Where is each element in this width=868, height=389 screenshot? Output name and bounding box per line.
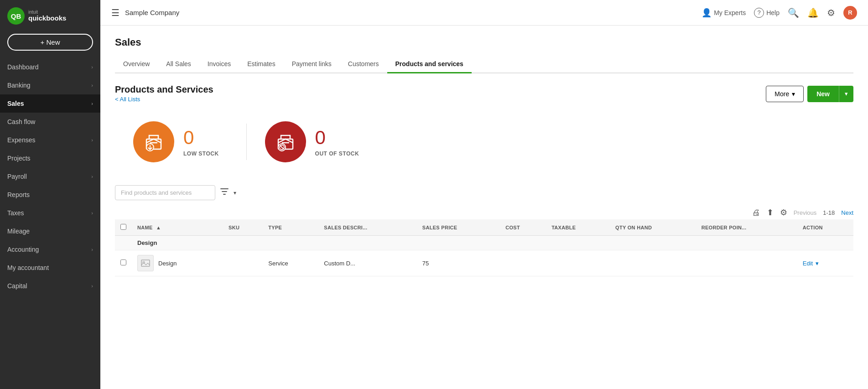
sidebar-item-mileage[interactable]: Mileage xyxy=(0,222,100,240)
sidebar-item-banking[interactable]: Banking › xyxy=(0,76,100,94)
product-sales-price: 75 xyxy=(417,250,500,276)
table-settings-icon[interactable]: ⚙ xyxy=(780,207,787,218)
qb-quickbooks-label: quickbooks xyxy=(28,15,66,22)
header-actions: More ▾ New ▾ xyxy=(766,86,853,102)
svg-rect-5 xyxy=(141,260,150,266)
sidebar-item-reports[interactable]: Reports xyxy=(0,186,100,204)
sidebar-item-accounting[interactable]: Accounting › xyxy=(0,240,100,259)
chevron-right-icon: › xyxy=(91,247,93,252)
tab-overview[interactable]: Overview xyxy=(115,56,158,73)
low-stock-card[interactable]: 0 LOW STOCK xyxy=(115,112,246,171)
filter-bar: ▾ xyxy=(115,185,853,200)
sidebar-item-label: Payroll xyxy=(7,173,27,180)
sidebar-item-label: Expenses xyxy=(7,136,35,144)
print-icon[interactable]: 🖨 xyxy=(752,208,760,218)
product-type: Service xyxy=(263,250,318,276)
filter-icon[interactable] xyxy=(220,187,229,198)
th-type: TYPE xyxy=(263,219,318,236)
th-name[interactable]: NAME ▲ xyxy=(132,219,223,236)
out-of-stock-label: OUT OF STOCK xyxy=(315,150,359,157)
previous-page[interactable]: Previous xyxy=(794,209,817,216)
row-checkbox[interactable] xyxy=(120,259,126,265)
product-qty-on-hand xyxy=(610,250,696,276)
section-header-left: Products and Services All Lists xyxy=(115,84,213,103)
new-button[interactable]: + New xyxy=(7,34,93,51)
more-label: More xyxy=(774,90,789,98)
avatar[interactable]: R xyxy=(843,6,857,20)
low-stock-icon xyxy=(133,121,174,162)
chevron-down-icon: ▾ xyxy=(792,90,795,98)
sidebar-logo: QB intuit quickbooks xyxy=(0,0,100,30)
sidebar-item-payroll[interactable]: Payroll › xyxy=(0,167,100,186)
company-name: Sample Company xyxy=(125,9,179,16)
stock-cards: 0 LOW STOCK xyxy=(115,112,853,171)
sidebar-item-taxes[interactable]: Taxes › xyxy=(0,204,100,222)
topbar-left: ☰ Sample Company xyxy=(111,7,179,18)
sidebar-item-cashflow[interactable]: Cash flow xyxy=(0,113,100,131)
search-icon[interactable]: 🔍 xyxy=(788,7,799,18)
sidebar-item-sales[interactable]: Sales › xyxy=(0,94,100,113)
product-action-cell: Edit ▾ xyxy=(797,250,853,276)
edit-dropdown-icon[interactable]: ▾ xyxy=(816,260,819,267)
table-body: Design xyxy=(115,236,853,276)
filter-dropdown-icon[interactable]: ▾ xyxy=(234,190,236,196)
sidebar-item-label: My accountant xyxy=(7,264,49,271)
th-cost: COST xyxy=(500,219,546,236)
product-sku xyxy=(223,250,263,276)
tab-customers[interactable]: Customers xyxy=(340,56,387,73)
tab-estimates[interactable]: Estimates xyxy=(239,56,283,73)
main-content: ☰ Sample Company 👤 My Experts ? Help 🔍 🔔… xyxy=(100,0,868,389)
qb-logo-icon: QB xyxy=(7,7,25,25)
th-taxable: TAXABLE xyxy=(546,219,610,236)
chevron-right-icon: › xyxy=(91,101,93,106)
settings-icon[interactable]: ⚙ xyxy=(827,7,835,18)
sidebar-item-dashboard[interactable]: Dashboard › xyxy=(0,58,100,76)
my-experts-link[interactable]: 👤 My Experts xyxy=(702,8,746,18)
chevron-right-icon: › xyxy=(91,83,93,88)
th-reorder-point: REORDER POIN... xyxy=(696,219,797,236)
table-toolbar-right: 🖨 ⬆ ⚙ Previous 1-18 Next xyxy=(752,207,853,218)
table-row: Design Service Custom D... 75 Edit ▾ xyxy=(115,250,853,276)
out-of-stock-icon xyxy=(265,121,306,162)
help-link[interactable]: ? Help xyxy=(754,8,780,18)
export-icon[interactable]: ⬆ xyxy=(767,207,774,218)
select-all-header xyxy=(115,219,132,236)
section-title: Products and Services xyxy=(115,84,213,95)
products-table: NAME ▲ SKU TYPE SALES DESCRI... SALES PR… xyxy=(115,219,853,276)
pagination-range: 1-18 xyxy=(823,209,835,216)
table-header: NAME ▲ SKU TYPE SALES DESCRI... SALES PR… xyxy=(115,219,853,236)
new-primary-button[interactable]: New xyxy=(807,86,839,102)
qb-logo-initial: QB xyxy=(11,12,21,20)
person-icon: 👤 xyxy=(702,8,712,18)
qb-logo-text: intuit quickbooks xyxy=(28,10,66,22)
chevron-right-icon: › xyxy=(91,210,93,216)
out-of-stock-info: 0 OUT OF STOCK xyxy=(315,127,359,157)
th-sales-desc: SALES DESCRI... xyxy=(318,219,417,236)
sort-arrow-icon: ▲ xyxy=(156,225,161,230)
search-input[interactable] xyxy=(115,185,215,200)
sidebar-item-label: Cash flow xyxy=(7,118,35,125)
edit-link[interactable]: Edit xyxy=(803,260,813,267)
all-lists-link[interactable]: All Lists xyxy=(115,96,140,103)
sidebar-item-capital[interactable]: Capital › xyxy=(0,277,100,295)
sidebar-item-label: Dashboard xyxy=(7,63,39,71)
sidebar-item-projects[interactable]: Projects xyxy=(0,149,100,167)
sidebar: QB intuit quickbooks + New Dashboard › B… xyxy=(0,0,100,389)
sidebar-item-expenses[interactable]: Expenses › xyxy=(0,131,100,149)
th-qty-on-hand: QTY ON HAND xyxy=(610,219,696,236)
more-button[interactable]: More ▾ xyxy=(766,86,804,102)
notifications-icon[interactable]: 🔔 xyxy=(807,7,819,18)
row-checkbox-cell xyxy=(115,250,132,276)
chevron-right-icon: › xyxy=(91,64,93,70)
tab-allsales[interactable]: All Sales xyxy=(158,56,199,73)
sidebar-item-label: Sales xyxy=(7,100,24,107)
tab-invoices[interactable]: Invoices xyxy=(199,56,239,73)
sidebar-item-myaccountant[interactable]: My accountant xyxy=(0,259,100,277)
tab-paymentlinks[interactable]: Payment links xyxy=(284,56,340,73)
new-dropdown-button[interactable]: ▾ xyxy=(839,86,853,102)
hamburger-icon[interactable]: ☰ xyxy=(111,7,120,18)
out-of-stock-card[interactable]: 0 OUT OF STOCK xyxy=(247,112,386,171)
select-all-checkbox[interactable] xyxy=(120,224,126,230)
tab-productsservices[interactable]: Products and services xyxy=(387,56,472,73)
next-page[interactable]: Next xyxy=(841,209,853,216)
